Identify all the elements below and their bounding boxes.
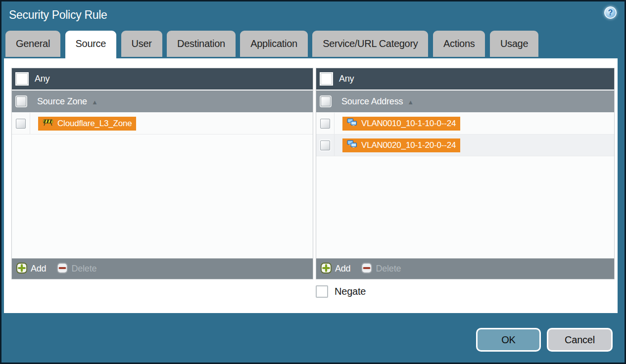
add-button[interactable]: Add	[321, 263, 350, 275]
source-zone-entry[interactable]: Cloudflare_L3_Zone	[38, 117, 136, 131]
cancel-button[interactable]: Cancel	[547, 328, 613, 352]
table-row: VLAN0020_10-1-20-0--24	[316, 135, 614, 156]
source-zone-entry-label: Cloudflare_L3_Zone	[57, 119, 132, 129]
zone-icon	[43, 118, 53, 129]
negate-checkbox[interactable]	[316, 285, 328, 298]
minus-icon	[57, 263, 68, 275]
plus-icon	[16, 263, 27, 275]
add-button[interactable]: Add	[16, 263, 46, 275]
sort-ascending-icon: ▲	[92, 97, 98, 106]
plus-icon	[321, 263, 332, 275]
table-row: VLAN0010_10-1-10-0--24	[316, 113, 614, 135]
source-zone-footer: Add Delete	[12, 258, 313, 279]
source-address-rows: VLAN0010_10-1-10-0--24	[316, 113, 614, 258]
source-address-entry-label: VLAN0010_10-1-10-0--24	[361, 119, 456, 129]
source-zone-column-label: Source Zone	[37, 96, 87, 107]
add-button-label: Add	[31, 264, 46, 274]
source-address-panel: Any Source Address ▲	[316, 68, 615, 279]
source-zone-select-all-checkbox[interactable]	[16, 96, 26, 106]
negate-label: Negate	[335, 286, 366, 297]
tab-usage[interactable]: Usage	[490, 31, 538, 57]
tab-general[interactable]: General	[5, 31, 60, 57]
negate-option: Negate	[316, 285, 366, 298]
tab-actions[interactable]: Actions	[433, 31, 485, 57]
source-zone-panel: Any Source Zone ▲	[11, 68, 313, 279]
sort-ascending-icon: ▲	[407, 97, 414, 106]
source-address-any-label: Any	[339, 74, 354, 84]
ok-button[interactable]: OK	[476, 328, 541, 352]
tab-user[interactable]: User	[121, 31, 162, 57]
source-zone-column-header[interactable]: Source Zone ▲	[12, 91, 313, 113]
source-zone-rows: Cloudflare_L3_Zone	[12, 113, 313, 258]
source-address-footer: Add Delete	[316, 258, 614, 279]
row-checkbox[interactable]	[320, 140, 330, 150]
source-zone-any-header: Any	[12, 68, 313, 91]
delete-button-label: Delete	[71, 264, 96, 274]
dialog-title: Security Policy Rule	[9, 8, 107, 22]
delete-button[interactable]: Delete	[57, 263, 96, 275]
dialog-titlebar: Security Policy Rule ?	[1, 1, 625, 31]
tab-application[interactable]: Application	[240, 31, 308, 57]
tab-source[interactable]: Source	[65, 31, 117, 58]
source-address-entry-label: VLAN0020_10-1-20-0--24	[361, 140, 456, 150]
source-address-entry[interactable]: VLAN0010_10-1-10-0--24	[342, 117, 460, 131]
tab-service-url-category[interactable]: Service/URL Category	[312, 31, 428, 57]
source-address-any-checkbox[interactable]	[321, 73, 332, 85]
security-policy-rule-dialog: Security Policy Rule ? General Source Us…	[0, 0, 626, 364]
source-tab-content: Any Source Zone ▲	[4, 58, 618, 313]
source-address-any-header: Any	[316, 68, 614, 91]
minus-icon	[361, 263, 372, 275]
add-button-label: Add	[335, 264, 350, 274]
row-checkbox[interactable]	[16, 119, 26, 129]
address-icon	[347, 118, 357, 129]
tab-bar: General Source User Destination Applicat…	[5, 31, 541, 58]
source-zone-any-label: Any	[35, 74, 49, 84]
delete-button[interactable]: Delete	[361, 263, 401, 275]
address-icon	[347, 140, 357, 151]
source-address-column-header[interactable]: Source Address ▲	[316, 91, 614, 113]
delete-button-label: Delete	[376, 264, 401, 274]
source-zone-any-checkbox[interactable]	[16, 73, 28, 85]
source-address-column-label: Source Address	[341, 96, 403, 107]
tab-destination[interactable]: Destination	[167, 31, 236, 57]
help-icon[interactable]: ?	[604, 6, 617, 19]
source-address-entry[interactable]: VLAN0020_10-1-20-0--24	[342, 138, 460, 152]
source-address-select-all-checkbox[interactable]	[321, 96, 331, 106]
row-checkbox[interactable]	[320, 119, 330, 129]
table-row: Cloudflare_L3_Zone	[12, 113, 313, 135]
